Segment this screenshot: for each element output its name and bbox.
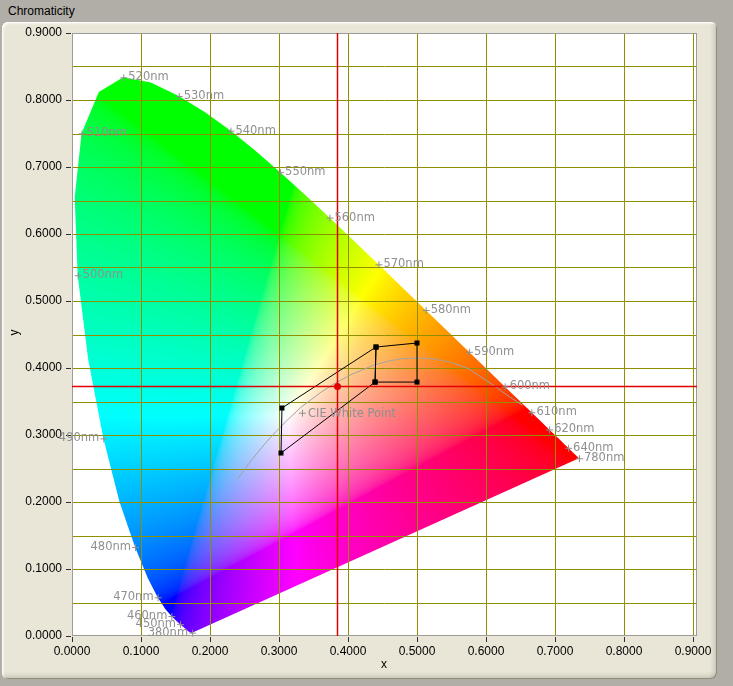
wavelength-label: 550nm <box>285 165 325 178</box>
y-tick-label: 0.2000 <box>14 495 62 508</box>
wavelength-label: 500nm <box>83 268 123 281</box>
chromaticity-window: Chromaticity x y 0.00000.10000.20000.300… <box>0 0 733 686</box>
wavelength-label: 520nm <box>128 70 168 83</box>
x-tick-label: 0.8000 <box>594 645 654 658</box>
chromaticity-chart-canvas[interactable] <box>0 0 733 686</box>
wavelength-label: 540nm <box>235 124 275 137</box>
wavelength-label: 480nm <box>78 540 131 553</box>
x-tick-label: 0.7000 <box>525 645 585 658</box>
cie-white-point-label: CIE White Point <box>308 407 396 420</box>
wavelength-label: 490nm <box>46 431 99 444</box>
y-tick-label: 0.7000 <box>14 160 62 173</box>
wavelength-label: 570nm <box>383 257 423 270</box>
wavelength-label: 580nm <box>431 303 471 316</box>
wavelength-label: 610nm <box>536 405 576 418</box>
wavelength-label: 560nm <box>334 211 374 224</box>
wavelength-label: 590nm <box>474 345 514 358</box>
y-tick-label: 0.8000 <box>14 93 62 106</box>
wavelength-label: 470nm <box>101 590 154 603</box>
x-tick-label: 0.2000 <box>180 645 240 658</box>
y-tick-label: 0.0000 <box>14 629 62 642</box>
y-tick-label: 0.4000 <box>14 361 62 374</box>
x-tick-label: 0.3000 <box>249 645 309 658</box>
x-tick-label: 0.4000 <box>318 645 378 658</box>
x-axis-title: x <box>374 658 394 671</box>
x-tick-label: 0.1000 <box>111 645 171 658</box>
wavelength-label: 510nm <box>87 126 127 139</box>
wavelength-label: 460nm <box>114 609 167 622</box>
x-tick-label: 0.0000 <box>42 645 102 658</box>
x-tick-label: 0.9000 <box>663 645 723 658</box>
x-tick-label: 0.6000 <box>456 645 516 658</box>
wavelength-label: 620nm <box>554 422 594 435</box>
x-tick-label: 0.5000 <box>387 645 447 658</box>
y-axis-title: y <box>8 323 21 343</box>
wavelength-label: 600nm <box>510 379 550 392</box>
y-tick-label: 0.5000 <box>14 294 62 307</box>
wavelength-label: 530nm <box>184 89 224 102</box>
y-tick-label: 0.1000 <box>14 562 62 575</box>
wavelength-label: 780nm <box>584 451 624 464</box>
y-tick-label: 0.6000 <box>14 227 62 240</box>
y-tick-label: 0.9000 <box>14 26 62 39</box>
